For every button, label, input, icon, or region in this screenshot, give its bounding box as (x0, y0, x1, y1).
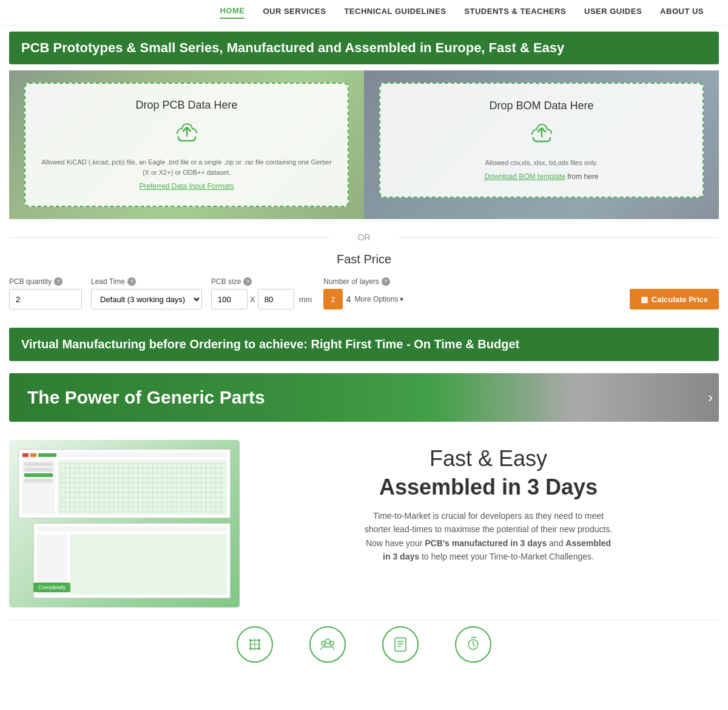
icon-item-4 (455, 626, 491, 666)
slider-text: The Power of Generic Parts (9, 387, 265, 408)
bom-drop-wrapper: Drop BOM Data Here Allowed csv,xls, xlsx… (364, 70, 719, 219)
price-form: PCB quantity ? Lead Time ? Default (3 wo… (9, 277, 719, 309)
pcb-height-input[interactable] (258, 289, 294, 309)
completely-badge: Completely (33, 583, 70, 592)
pcb-size-inputs: X mm (211, 289, 314, 309)
layer-4-value: 4 (346, 294, 351, 304)
fast-easy-text: Fast & Easy Assembled in 3 Days Time-to-… (258, 440, 719, 564)
pcb-allowed-text: Allowed KiCAD (.kicad,.pcb) file, an Eag… (38, 157, 335, 177)
or-divider: OR (0, 225, 728, 249)
pcb-drop-title: Drop PCB Data Here (135, 99, 237, 112)
table-icon: ▦ (641, 295, 648, 304)
icon-circle-3 (382, 626, 419, 663)
pcb-size-info-icon[interactable]: ? (243, 277, 252, 286)
pcb-quantity-group: PCB quantity ? (9, 277, 82, 309)
svg-rect-13 (395, 638, 406, 651)
icon-circle-2 (309, 626, 346, 663)
bom-drop-title: Drop BOM Data Here (489, 100, 593, 112)
lead-time-label: Lead Time ? (91, 277, 202, 286)
fast-easy-title: Fast & Easy (258, 446, 719, 472)
more-options-btn[interactable]: More Options ▾ (354, 295, 403, 303)
lead-time-select[interactable]: Default (3 working days) (91, 289, 202, 309)
bom-download-link[interactable]: Download BOM template (484, 172, 565, 181)
layer-2-btn[interactable]: 2 (323, 289, 342, 309)
bom-download-row: Download BOM template from here (484, 172, 598, 181)
pcb-size-label: PCB size ? (211, 277, 314, 286)
size-mm-label: mm (297, 291, 315, 308)
svg-point-10 (325, 639, 330, 644)
pcb-qty-label: PCB quantity ? (9, 277, 82, 286)
generic-parts-slider[interactable]: The Power of Generic Parts › (9, 373, 719, 422)
calculate-price-button[interactable]: ▦ Calculate Price (630, 289, 719, 309)
fast-price-section: Fast Price PCB quantity ? Lead Time ? De… (0, 249, 728, 322)
navigation: HOME OUR SERVICES TECHNICAL GUIDELINES S… (0, 0, 728, 25)
lead-time-info-icon[interactable]: ? (127, 277, 136, 286)
pcb-width-input[interactable] (211, 289, 248, 309)
slider-next-btn[interactable]: › (708, 389, 713, 406)
pcb-preferred-link[interactable]: Preferred Data Input Formats (139, 182, 234, 191)
pcb-drop-zone[interactable]: Drop PCB Data Here Allowed KiCAD (.kicad… (24, 83, 349, 207)
num-layers-label: Number of layers ? (323, 277, 403, 286)
icon-item-1 (237, 626, 273, 666)
nav-home[interactable]: HOME (220, 6, 244, 19)
icon-circle-1 (237, 626, 273, 663)
nav-about-us[interactable]: ABOUT US (660, 7, 704, 18)
icon-item-2 (309, 626, 346, 666)
bom-upload-icon (528, 120, 555, 152)
drop-section: Drop PCB Data Here Allowed KiCAD (.kicad… (9, 70, 719, 219)
nav-our-services[interactable]: OUR SERVICES (263, 7, 326, 18)
pcb-drop-wrapper: Drop PCB Data Here Allowed KiCAD (.kicad… (9, 70, 364, 219)
svg-point-12 (330, 641, 334, 645)
size-x-label: X (250, 295, 255, 304)
virtual-mfg-banner: Virtual Manufacturing before Ordering to… (9, 328, 719, 361)
fast-easy-section: Completely Fast & Easy Assembled in 3 Da… (9, 440, 719, 607)
bom-drop-zone[interactable]: Drop BOM Data Here Allowed csv,xls, xlsx… (379, 83, 704, 198)
pcb-qty-input[interactable] (9, 289, 82, 309)
nav-technical-guidelines[interactable]: TECHNICAL GUIDELINES (344, 7, 446, 18)
fast-price-title: Fast Price (9, 252, 719, 266)
hero-banner: PCB Prototypes & Small Series, Manufactu… (9, 32, 719, 64)
num-layers-info-icon[interactable]: ? (382, 277, 390, 286)
layers-controls: 2 4 More Options ▾ (323, 289, 403, 309)
nav-user-guides[interactable]: USER GUIDES (584, 7, 642, 18)
bom-allowed-text: Allowed csv,xls, xlsx, txt,ods files onl… (485, 158, 598, 168)
icon-item-3 (382, 626, 419, 666)
fast-easy-subtitle: Assembled in 3 Days (258, 475, 719, 500)
num-layers-group: Number of layers ? 2 4 More Options ▾ (323, 277, 403, 309)
nav-students-teachers[interactable]: STUDENTS & TEACHERS (464, 7, 566, 18)
lead-time-group: Lead Time ? Default (3 working days) (91, 277, 202, 309)
icon-circle-4 (455, 626, 491, 663)
pcb-qty-info-icon[interactable]: ? (54, 277, 62, 286)
fast-easy-image: Completely (9, 440, 240, 607)
icon-row (9, 620, 719, 666)
chevron-down-icon: ▾ (400, 295, 403, 303)
pcb-upload-icon (174, 119, 200, 151)
svg-point-11 (322, 641, 325, 645)
fast-easy-desc: Time-to-Market is crucial for developers… (361, 509, 616, 564)
pcb-size-group: PCB size ? X mm (211, 277, 314, 309)
highlight-manufactured: PCB's manufactured in 3 days (425, 538, 547, 548)
